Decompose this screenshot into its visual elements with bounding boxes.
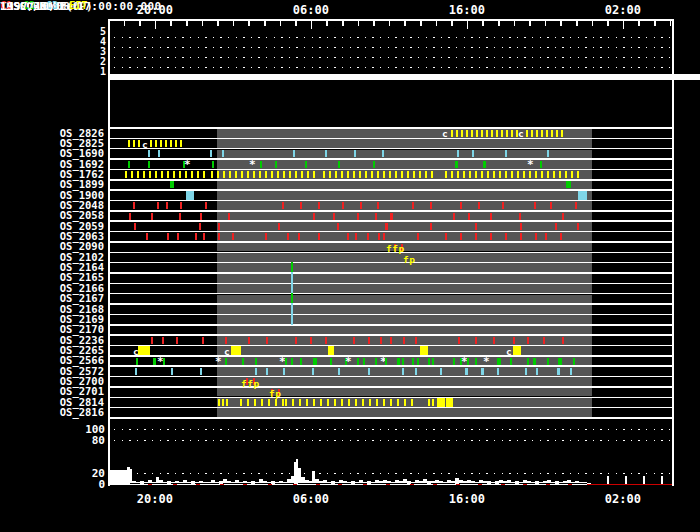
row-gray-band — [217, 160, 592, 169]
row-separator — [108, 376, 672, 378]
event-tick — [300, 202, 302, 209]
event-tick — [131, 171, 133, 178]
event-tick — [173, 171, 175, 178]
event-tick — [293, 150, 295, 157]
event-tick — [527, 337, 529, 344]
event-tick — [275, 399, 277, 406]
buffer-gridline — [114, 473, 672, 474]
event-tick — [390, 213, 393, 220]
event-block — [446, 398, 453, 407]
event-tick — [551, 130, 553, 137]
row-gray-band — [217, 408, 592, 417]
event-tick — [534, 202, 536, 209]
event-tick — [155, 140, 157, 147]
row-separator — [108, 345, 672, 347]
event-tick — [151, 213, 153, 220]
datetime-label: 1997/10/08 17:00:00.000 — [0, 0, 162, 13]
event-vline — [291, 314, 293, 326]
event-tick — [460, 233, 462, 240]
event-tick — [295, 337, 297, 344]
buffer-gridline — [114, 440, 672, 441]
event-tick — [167, 171, 169, 178]
event-tick — [307, 171, 309, 178]
event-tick — [348, 399, 350, 406]
event-tick — [282, 202, 284, 209]
event-tick — [289, 171, 291, 178]
event-tick — [200, 213, 202, 220]
event-block — [186, 191, 194, 200]
event-tick — [151, 337, 153, 344]
event-tick — [212, 161, 214, 168]
event-tick — [295, 171, 297, 178]
event-tick — [228, 213, 230, 220]
buffer-red-dash — [433, 484, 437, 486]
event-tick — [510, 358, 512, 365]
event-tick — [161, 171, 163, 178]
event-tick — [401, 171, 403, 178]
event-tick — [266, 337, 268, 344]
event-tick — [285, 358, 287, 365]
row-separator — [108, 355, 672, 357]
time-label-bottom: 20:00 — [125, 492, 185, 506]
event-text-marker: fp — [403, 254, 415, 265]
event-tick — [553, 171, 555, 178]
event-tick — [347, 171, 349, 178]
hour-tick — [358, 20, 360, 26]
event-tick — [222, 399, 224, 406]
event-tick — [483, 161, 486, 168]
event-tick — [211, 171, 213, 178]
row-separator — [108, 158, 672, 160]
event-tick — [197, 171, 199, 178]
event-tick — [385, 358, 387, 365]
event-tick — [200, 368, 202, 375]
event-tick — [371, 171, 373, 178]
buffer-red-dash — [243, 484, 247, 486]
event-tick — [375, 358, 377, 365]
event-tick — [453, 358, 455, 365]
event-tick — [191, 171, 193, 178]
event-tick — [505, 233, 507, 240]
event-tick — [383, 399, 385, 406]
event-tick — [133, 140, 135, 147]
row-gray-band — [217, 191, 592, 200]
row-gray-band — [217, 150, 592, 159]
event-tick — [166, 202, 168, 209]
hour-tick — [202, 20, 204, 26]
row-separator — [108, 417, 672, 419]
buffer-gridline — [114, 429, 672, 430]
event-tick — [402, 368, 404, 375]
hour-tick — [233, 20, 235, 26]
event-tick — [561, 130, 563, 137]
event-tick — [341, 171, 343, 178]
row-separator — [108, 397, 672, 399]
event-tick — [451, 130, 453, 137]
event-tick — [298, 233, 300, 240]
event-tick — [268, 399, 270, 406]
event-tick — [527, 358, 529, 365]
row-gray-band — [217, 377, 592, 386]
buffer-red-dash — [523, 484, 527, 486]
event-tick — [205, 202, 207, 209]
hour-tick — [139, 20, 141, 26]
event-tick — [301, 171, 303, 178]
event-tick — [550, 202, 552, 209]
event-tick — [499, 171, 501, 178]
event-text-marker: ffp — [386, 243, 405, 254]
row-separator — [108, 365, 672, 367]
top-axis-line — [108, 19, 672, 21]
event-tick — [347, 233, 349, 240]
event-tick — [476, 130, 478, 137]
event-tick — [148, 161, 150, 168]
event-tick — [218, 399, 220, 406]
buffer-red-dash — [293, 484, 297, 486]
buffer-gap-tick — [607, 476, 609, 484]
event-tick — [383, 171, 385, 178]
row-gray-band — [217, 222, 592, 231]
event-tick — [292, 399, 294, 406]
event-tick — [535, 171, 537, 178]
buffer-zero-red-line — [587, 484, 672, 486]
buffer-red-dash — [456, 484, 460, 486]
event-tick — [313, 399, 315, 406]
event-tick — [497, 358, 501, 365]
event-tick — [501, 130, 503, 137]
